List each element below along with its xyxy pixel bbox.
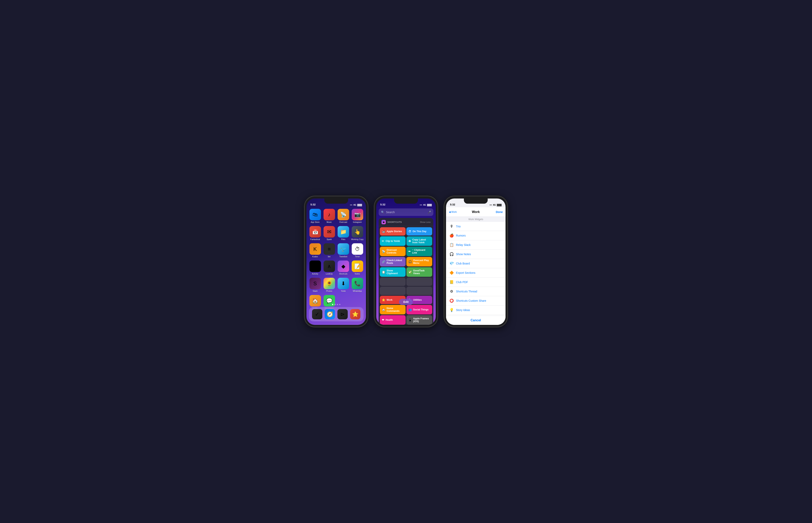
work-item-show-notes[interactable]: 🎧 Show Notes	[446, 250, 506, 259]
dock-icon-safari[interactable]: 🧭	[325, 309, 335, 319]
shortcut-btn-empty	[380, 277, 406, 286]
shortcut-icon: 📋	[382, 270, 385, 274]
app-label: Tweetbot	[339, 255, 347, 258]
shortcut-icon: 📡	[382, 250, 385, 253]
shortcut-btn-overcast-controls[interactable]: 📡 Overcast Controls	[380, 247, 406, 256]
work-item-shortcuts-thread[interactable]: ⚙ Shortcuts Thread	[446, 287, 506, 296]
search-placeholder: Search	[386, 211, 395, 214]
shortcut-icon: 🏠	[382, 308, 385, 311]
shortcut-btn-show-clipboard[interactable]: 📋 Show Clipboard	[380, 267, 406, 277]
signal-icon: ▪▪▪	[350, 204, 352, 206]
work-item-export-sections[interactable]: 🔶 Export Sections	[446, 268, 506, 277]
app-icon-shortcuts[interactable]: ◆ Shortcuts	[337, 260, 350, 275]
app-icon-img: S	[310, 278, 321, 289]
dock-icon-img: ⊳	[337, 309, 348, 319]
app-icon-whatsapp[interactable]: 📞 WhatsApp	[351, 278, 364, 292]
shortcut-btn-social-things[interactable]: 👥 Social Things	[406, 305, 432, 314]
work-item-trio[interactable]: 🎙 Trio	[446, 222, 506, 231]
app-icon-lire[interactable]: ≡ lire	[323, 243, 335, 258]
work-item-label: Shortcuts Custom Share	[456, 299, 486, 302]
shortcut-btn-check-linked-posts[interactable]: 🔗 Check Linked Posts	[380, 257, 406, 267]
shortcut-btn-clip-to-yoink[interactable]: ✂ Clip to Yoink	[380, 236, 406, 246]
app-label: WhatsApp	[353, 290, 362, 292]
shortcut-icon: ❤	[382, 318, 384, 322]
app-icon-img: 📁	[338, 226, 349, 237]
app-label: Spark	[326, 238, 332, 240]
nav-bar: ◀ Work Work Done	[446, 207, 506, 217]
shortcut-label: Overcast Controls	[387, 249, 404, 254]
cancel-button[interactable]: Cancel	[446, 315, 506, 325]
shortcut-icon: ⏱	[408, 230, 411, 233]
app-icon-tweetbot[interactable]: 🐦 Tweetbot	[337, 243, 350, 258]
shortcut-btn--clipboard-link[interactable]: ✏ ~ Clipboard Link	[406, 247, 432, 256]
app-icon-music[interactable]: ♪ Music	[323, 209, 335, 223]
back-button[interactable]: ◀ Work	[449, 211, 457, 213]
shortcut-label: Clip to Yoink	[386, 240, 400, 242]
app-icon-files[interactable]: 📁 Files	[337, 226, 350, 240]
shortcut-label: GoodTask Views	[413, 269, 430, 275]
app-label: Working Copy	[351, 238, 364, 240]
app-icon-app-store[interactable]: 🛍 App Store	[309, 209, 321, 223]
app-icon-img: 👆	[352, 226, 363, 237]
app-label: Notes	[355, 273, 360, 275]
app-label: Activity	[312, 273, 318, 275]
app-icon-timer[interactable]: ⏱ Timer	[351, 243, 364, 258]
app-label: Slack	[313, 290, 317, 292]
app-label: Timer	[355, 255, 360, 258]
app-icon-photos[interactable]: 🌻 Photos	[323, 278, 335, 292]
shortcut-label: Copy Latest from Yoink	[412, 238, 430, 244]
work-item-club-pdf[interactable]: 📒 Club PDF	[446, 277, 506, 287]
app-icon-kodex[interactable]: K Kodex	[309, 243, 321, 258]
time-display: 5:32	[311, 203, 316, 206]
done-button[interactable]: Done	[496, 211, 503, 214]
work-section-title: Work Widgets	[446, 217, 506, 222]
shortcut-label: Overcast Play Menu	[413, 259, 430, 265]
show-less-button[interactable]: Show Less	[420, 221, 430, 223]
app-icon-spark[interactable]: ✉ Spark	[323, 226, 335, 240]
phone-3: 5:32 ▪▪▪ 4G ▓▓▓ ◀ Work Work Done Work Wi…	[444, 196, 508, 327]
shortcut-btn-health[interactable]: ❤ Health	[380, 315, 406, 325]
app-icon-instagram[interactable]: 📷 Instagram	[351, 209, 364, 223]
dock-icon-star[interactable]: ⭐	[350, 309, 360, 319]
widget-title: SHORTCUTS	[387, 221, 402, 223]
work-item-icon: 🔶	[449, 271, 454, 275]
signal-icon: ▪▪▪	[490, 204, 492, 206]
app-icon-lookup[interactable]: ∧ LookUp	[323, 260, 335, 275]
app-label: Fantastical	[310, 238, 320, 240]
shortcut-btn-goodtask-views[interactable]: ✅ GoodTask Views	[406, 267, 432, 277]
app-icon-img: 📝	[352, 260, 363, 272]
app-icon-img: ∧	[323, 260, 335, 272]
app-icon-yoink[interactable]: ⬇ Yoink	[337, 278, 350, 292]
dock-icon-check[interactable]: ✓	[312, 309, 322, 319]
edit-button[interactable]: Edit	[399, 299, 413, 305]
phone-1: 5:32 ▪▪▪ 4G ▓▓▓ 🛍 App Store ♪ Music 📡 Ov…	[304, 196, 368, 327]
app-icon-activity[interactable]: ⬤ Activity	[309, 260, 321, 275]
app-icon-notes[interactable]: 📝 Notes	[351, 260, 364, 275]
shortcut-label: Apple Stories	[387, 230, 402, 233]
shortcut-btn-overcast-play-menu[interactable]: 🎧 Overcast Play Menu	[406, 257, 432, 267]
shortcut-label: Work	[387, 299, 392, 301]
work-item-club-board[interactable]: 💎 Club Board	[446, 259, 506, 268]
work-item-relay-slack[interactable]: 📋 Relay Slack	[446, 240, 506, 250]
network-type: 4G	[423, 204, 426, 206]
shortcut-btn-home-commands[interactable]: 🏠 Home Commands	[380, 305, 406, 314]
shortcut-btn-on-this-day[interactable]: ⏱ On This Day	[406, 227, 432, 236]
app-icon-working-copy[interactable]: 👆 Working Copy	[351, 226, 364, 240]
work-items-list: 🎙 Trio 🍎 Rumors 📋 Relay Slack 🎧 Show Not…	[446, 222, 506, 325]
work-item-shortcuts-custom-share[interactable]: ⭕ Shortcuts Custom Share	[446, 296, 506, 306]
app-icon-overcast[interactable]: 📡 Overcast	[337, 209, 350, 223]
nav-title: Work	[472, 210, 480, 214]
work-item-story-ideas[interactable]: 💡 Story Ideas	[446, 306, 506, 315]
app-label: Yoink	[341, 290, 346, 292]
app-icon-slack[interactable]: S Slack	[309, 278, 321, 292]
dock-icon-klokki[interactable]: ⊳	[337, 309, 348, 319]
shortcut-btn-apple-frames-ios[interactable]: 📱 Apple Frames (iOS)	[406, 315, 432, 325]
shortcut-btn-apple-stories[interactable]: 📚 Apple Stories	[380, 227, 406, 236]
shortcut-btn-copy-latest-from-yoink[interactable]: ♻ Copy Latest from Yoink	[406, 236, 432, 246]
search-bar[interactable]: 🔍 Search 🎤	[378, 209, 434, 216]
shortcut-icon: 👥	[408, 308, 412, 311]
app-icon-fantastical[interactable]: 📅 Fantastical	[309, 226, 321, 240]
work-item-rumors[interactable]: 🍎 Rumors	[446, 231, 506, 240]
shortcut-icon: 🔗	[382, 260, 385, 263]
shortcuts-grid: 📚 Apple Stories ⏱ On This Day ✂ Clip to …	[378, 226, 434, 325]
